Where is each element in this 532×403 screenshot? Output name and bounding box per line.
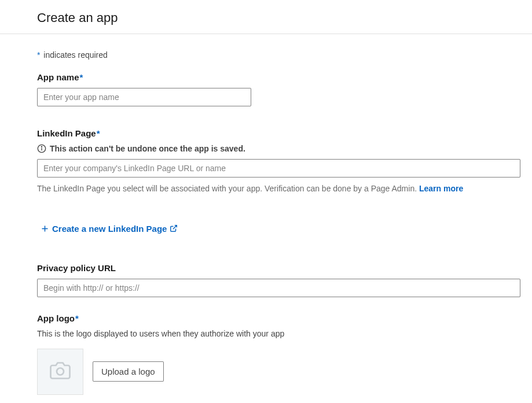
svg-point-6	[57, 368, 64, 375]
linkedin-page-label: LinkedIn Page*	[37, 128, 520, 138]
asterisk-icon: *	[80, 72, 83, 82]
linkedin-page-input[interactable]	[37, 159, 520, 178]
upload-logo-button[interactable]: Upload a logo	[93, 361, 164, 382]
asterisk-icon: *	[75, 313, 79, 323]
svg-point-2	[41, 146, 42, 147]
app-name-label: App name*	[37, 72, 520, 82]
svg-line-5	[173, 225, 177, 229]
privacy-policy-field-group: Privacy policy URL	[37, 263, 520, 297]
asterisk-icon: *	[37, 50, 40, 60]
linkedin-page-help: The LinkedIn Page you select will be ass…	[37, 183, 520, 195]
linkedin-page-field-group: LinkedIn Page* This action can't be undo…	[37, 128, 520, 235]
create-page-text: Create a new LinkedIn Page	[52, 224, 167, 234]
app-logo-field-group: App logo* This is the logo displayed to …	[37, 313, 520, 403]
privacy-policy-input[interactable]	[37, 279, 520, 297]
page-header: Create an app	[0, 0, 532, 34]
linkedin-page-warning: This action can't be undone once the app…	[37, 144, 520, 153]
info-icon	[37, 144, 46, 153]
camera-icon	[50, 360, 71, 383]
app-logo-placeholder	[37, 349, 83, 395]
app-name-input[interactable]	[37, 88, 251, 106]
required-note-text: indicates required	[43, 50, 108, 60]
page-title: Create an app	[37, 10, 532, 25]
app-logo-label: App logo*	[37, 313, 520, 323]
create-linkedin-page-link[interactable]: Create a new LinkedIn Page	[41, 224, 178, 234]
app-logo-description: This is the logo displayed to users when…	[37, 329, 520, 338]
app-logo-row: Upload a logo	[37, 349, 520, 395]
plus-icon	[41, 224, 49, 233]
warning-text: This action can't be undone once the app…	[50, 144, 245, 153]
privacy-policy-label: Privacy policy URL	[37, 263, 520, 273]
learn-more-link[interactable]: Learn more	[419, 184, 463, 193]
required-indicator-note: * indicates required	[37, 50, 520, 60]
asterisk-icon: *	[97, 128, 100, 138]
external-link-icon	[170, 224, 178, 232]
create-app-form: * indicates required App name* LinkedIn …	[0, 34, 532, 403]
app-name-field-group: App name*	[37, 72, 520, 106]
